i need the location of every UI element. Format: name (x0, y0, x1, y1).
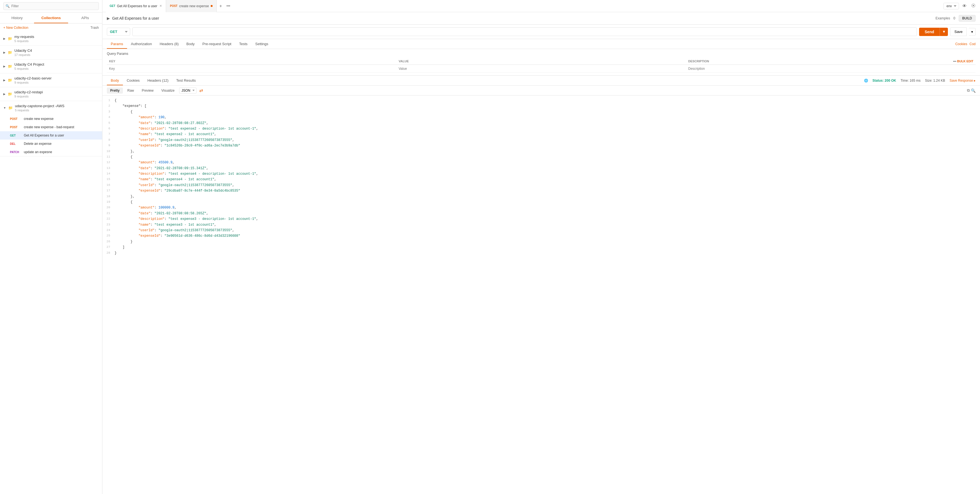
json-line: 23 "name": "test expense3 - 1st account1… (102, 222, 980, 228)
chevron-right-icon: ▶ (3, 51, 6, 54)
list-item[interactable]: GET Get All Expenses for a user (0, 131, 102, 140)
line-content: "expense": [ (115, 103, 146, 109)
collection-header[interactable]: ▶ 📁 Udacity C4 17 requests (0, 46, 102, 59)
collection-count: 5 requests (15, 108, 65, 112)
save-dropdown-button[interactable]: ▼ (969, 28, 975, 36)
tab-collections[interactable]: Collections (34, 13, 68, 23)
json-line: 5 "date": "2021-02-28T08:08:27.802Z", (102, 120, 980, 126)
filter-input[interactable] (3, 2, 99, 10)
sidebar: 🔍 History Collections APIs + New Collect… (0, 0, 102, 494)
tab-history[interactable]: History (0, 13, 34, 23)
cookies-link[interactable]: Cookies (955, 42, 967, 46)
globe-icon: 🌐 (864, 79, 868, 83)
more-icon[interactable]: ••• (953, 59, 956, 63)
collection-udacity-c4-project: ▶ 📁 Udacity C4 Project 5 requests (0, 59, 102, 73)
line-number: 5 (105, 120, 115, 126)
json-line: 24 "userId": "google-oauth2|115387772605… (102, 228, 980, 233)
trash-button[interactable]: Trash (91, 26, 99, 30)
tab-authorization[interactable]: Authorization (127, 39, 156, 49)
examples-count: 0 (953, 16, 955, 20)
line-number: 3 (105, 109, 115, 115)
json-line: 8 "userId": "google-oauth2|1153877726050… (102, 137, 980, 143)
chevron-right-icon: ▶ (3, 79, 6, 82)
collection-header[interactable]: ▶ 📁 udacity-c2-basic-server 9 requests (0, 73, 102, 87)
line-number: 10 (105, 149, 115, 154)
line-content: "date": "2021-02-28T08:08:58.265Z", (115, 211, 208, 216)
tab-settings[interactable]: Settings (251, 39, 272, 49)
format-select[interactable]: JSON (179, 88, 197, 94)
json-line: 15 "name": "test expense4 - 1st account1… (102, 177, 980, 182)
list-item[interactable]: DEL Delete an expense (0, 140, 102, 148)
value-column-header: VALUE (396, 58, 686, 65)
tab-headers[interactable]: Headers (8) (156, 39, 183, 49)
key-input[interactable] (109, 67, 394, 71)
tab-params[interactable]: Params (107, 39, 127, 49)
json-line: 11 { (102, 154, 980, 160)
folder-icon: 📁 (8, 50, 12, 54)
more-tabs-button[interactable]: ••• (225, 4, 232, 8)
raw-button[interactable]: Raw (124, 88, 137, 94)
resp-tab-cookies[interactable]: Cookies (123, 76, 144, 85)
settings-icon-button[interactable] (970, 2, 977, 10)
collapse-icon[interactable]: ▶ (107, 16, 110, 21)
bulk-edit-button[interactable]: Bulk Edit (957, 59, 974, 63)
tab-close-button[interactable]: ✕ (159, 4, 162, 8)
search-button[interactable]: 🔍 (971, 88, 975, 93)
line-content: "description": "test expense4 - descript… (115, 171, 258, 177)
send-dropdown-button[interactable]: ▼ (940, 28, 948, 36)
list-item[interactable]: POST create new expense - bad-request (0, 123, 102, 131)
method-select[interactable]: GET POST PUT DELETE PATCH (107, 28, 130, 36)
collection-count: 5 requests (14, 67, 44, 70)
resp-tab-test-results[interactable]: Test Results (172, 76, 200, 85)
url-input[interactable]: https://{{apiHost-AWS}}.execute-api.{{re… (132, 27, 917, 36)
resp-tab-body[interactable]: Body (107, 76, 123, 85)
eye-icon-button[interactable]: 👁 (961, 3, 968, 10)
line-number: 2 (105, 103, 115, 109)
save-button[interactable]: Save (950, 27, 967, 36)
tab-method-badge: GET (110, 5, 115, 8)
tab-label: Get All Expenses for a user (117, 4, 157, 8)
collection-header[interactable]: ▶ 📁 Udacity C4 Project 5 requests (0, 59, 102, 73)
new-tab-button[interactable]: + (217, 3, 225, 9)
send-button[interactable]: Send (919, 28, 940, 36)
collection-header[interactable]: ▼ 📁 udacity-capstone-project -AWS 5 requ… (0, 101, 102, 115)
preview-button[interactable]: Preview (138, 88, 157, 94)
list-item[interactable]: PATCH update an expesne (0, 148, 102, 156)
json-line: 16 "userId": "google-oauth2|115387772605… (102, 182, 980, 188)
request-name: create new expense (24, 117, 53, 121)
collection-header[interactable]: ▶ 📁 my-requests 5 requests (0, 32, 102, 45)
copy-button[interactable]: ⧉ (967, 88, 970, 93)
status-badge: Status: 200 OK (873, 79, 896, 83)
list-item[interactable]: POST create new expense (0, 115, 102, 123)
tab-body[interactable]: Body (183, 39, 199, 49)
resp-tab-headers[interactable]: Headers (12) (144, 76, 172, 85)
collection-header[interactable]: ▶ 📁 udacity-c2-restapi 9 requests (0, 87, 102, 101)
wrap-lines-button[interactable]: ⇄ (198, 87, 205, 94)
json-line: 3 { (102, 109, 980, 115)
new-collection-button[interactable]: + New Collection (3, 26, 28, 30)
cod-link[interactable]: Cod (969, 42, 975, 46)
visualize-button[interactable]: Visualize (158, 88, 178, 94)
json-line: 20 "amount": 100000.9, (102, 205, 980, 210)
line-number: 1 (105, 98, 115, 103)
line-number: 9 (105, 143, 115, 148)
line-content: "description": "test expense3 - descript… (115, 216, 258, 222)
save-response-button[interactable]: Save Response ▸ (950, 79, 975, 83)
description-input[interactable] (688, 67, 974, 71)
json-line: 2 "expense": [ (102, 103, 980, 109)
tab-post-expense[interactable]: POST create new expense (166, 0, 217, 12)
json-line: 26 } (102, 239, 980, 244)
line-content: { (115, 154, 133, 160)
method-badge: POST (10, 117, 21, 120)
build-button[interactable]: BUILD (959, 15, 975, 22)
tab-unsaved-indicator (211, 5, 213, 7)
value-input[interactable] (399, 67, 684, 71)
line-content: "amount": 100000.9, (115, 205, 177, 210)
tab-apis[interactable]: APIs (68, 13, 102, 23)
tab-pre-request[interactable]: Pre-request Script (199, 39, 235, 49)
pretty-button[interactable]: Pretty (107, 88, 123, 94)
tab-get-expenses[interactable]: GET Get All Expenses for a user ✕ (106, 0, 166, 12)
tab-tests[interactable]: Tests (235, 39, 251, 49)
line-number: 22 (105, 216, 115, 222)
environment-select[interactable]: env (943, 3, 959, 10)
